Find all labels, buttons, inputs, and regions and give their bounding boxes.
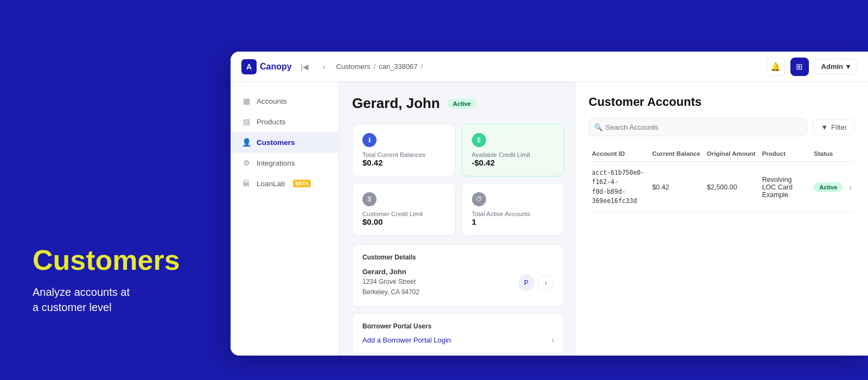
hero-subtitle: Analyze accounts ata customer level <box>33 284 180 315</box>
search-filter-row: 🔍 ▼ Filter <box>589 118 855 136</box>
canopy-logo: A Canopy <box>241 59 292 74</box>
cell-product: Revolving LOC Card Example <box>759 162 811 213</box>
sidebar-item-accounts[interactable]: ▦ Accounts <box>231 91 339 111</box>
search-icon: 🔍 <box>594 123 603 131</box>
cell-status: Active <box>810 162 846 213</box>
stat-icon-blue: ℹ <box>362 133 376 147</box>
borrower-portal-card: Borrower Portal Users Add a Borrower Por… <box>352 313 564 353</box>
stat-icon-row-1: ℹ <box>362 133 445 147</box>
topbar-left: A Canopy |◀ ‹ Customers / can_338067 / <box>241 59 423 74</box>
filter-btn[interactable]: ▼ Filter <box>813 119 855 135</box>
col-account-id: Account ID <box>589 146 649 162</box>
stat-card-customer-credit: $ Customer Credit Limit $0.00 <box>352 183 455 236</box>
canopy-logo-text: Canopy <box>260 62 292 72</box>
search-input-wrap: 🔍 <box>589 118 807 136</box>
sidebar-toggle-btn[interactable]: |◀ <box>297 59 312 74</box>
left-panel-inner: Gerard, John Active ℹ Total Current Bala… <box>339 82 575 356</box>
stat-card-credit-limit: $ Available Credit Limit -$0.42 <box>462 124 565 176</box>
products-icon: ▤ <box>241 117 251 126</box>
admin-dropdown-btn[interactable]: Admin ▾ <box>814 59 857 74</box>
col-action <box>846 146 855 162</box>
stat-icon-row-4: ⏱ <box>472 192 554 206</box>
row-chevron-icon[interactable]: › <box>849 183 852 192</box>
portal-chevron-icon[interactable]: › <box>551 335 554 344</box>
cell-account-id: acct-61b750e0-f162-4-f0d-b89d-369ee16fc3… <box>589 162 649 213</box>
loanlab-icon: 🏛 <box>241 179 251 188</box>
stat-label-2: Available Credit Limit <box>472 151 554 158</box>
sidebar-item-customers[interactable]: 👤 Customers <box>231 132 339 153</box>
stat-value-4: 1 <box>472 217 554 226</box>
admin-chevron-icon: ▾ <box>846 62 850 71</box>
left-panel: Gerard, John Active ℹ Total Current Bala… <box>339 82 575 356</box>
col-current-balance: Current Balance <box>649 146 704 162</box>
customer-name: Gerard, John <box>352 95 440 112</box>
details-row: Gerard, John 1234 Grove Street Berkeley,… <box>362 268 554 297</box>
hero-section: Customers Analyze accounts ata customer … <box>33 245 180 315</box>
accounts-icon: ▦ <box>241 96 251 106</box>
sidebar-label-products: Products <box>257 118 285 126</box>
details-section-title: Customer Details <box>362 254 554 261</box>
filter-icon: ▼ <box>821 123 828 131</box>
stat-icon-gray: $ <box>362 192 376 206</box>
hero-title: Customers <box>33 245 180 276</box>
stat-value-3: $0.00 <box>362 217 445 226</box>
beta-badge: BETA <box>293 180 311 187</box>
stats-grid: ℹ Total Current Balances $0.42 $ Availab… <box>352 124 564 236</box>
nav-back-btn[interactable]: ‹ <box>318 60 331 73</box>
breadcrumb-customers[interactable]: Customers <box>336 62 371 71</box>
sidebar-item-products[interactable]: ▤ Products <box>231 111 339 132</box>
sidebar-label-integrations: Integrations <box>257 159 295 167</box>
cell-current-balance: $0.42 <box>649 162 704 213</box>
app-window: A Canopy |◀ ‹ Customers / can_338067 / 🔔… <box>231 52 868 356</box>
cell-chevron[interactable]: › <box>846 162 855 213</box>
stat-label-1: Total Current Balances <box>362 151 445 158</box>
customer-header: Gerard, John Active <box>352 95 564 112</box>
admin-label: Admin <box>821 62 843 71</box>
sidebar-label-customers: Customers <box>257 138 295 147</box>
table-row[interactable]: acct-61b750e0-f162-4-f0d-b89d-369ee16fc3… <box>589 162 855 213</box>
breadcrumb-id[interactable]: can_338067 <box>379 62 418 71</box>
bell-icon-btn[interactable]: 🔔 <box>767 58 785 76</box>
stat-value-2: -$0.42 <box>472 158 554 167</box>
sidebar-item-loanlab[interactable]: 🏛 LoanLab BETA <box>231 173 339 194</box>
stat-card-total-balance: ℹ Total Current Balances $0.42 <box>352 124 455 176</box>
stat-label-3: Customer Credit Limit <box>362 211 445 217</box>
breadcrumb-sep1: / <box>374 62 376 71</box>
details-address-line2: Berkeley, CA 94702 <box>362 288 419 296</box>
details-actions: P › <box>518 275 554 291</box>
customer-details-card: Customer Details Gerard, John 1234 Grove… <box>352 244 564 307</box>
filter-label: Filter <box>831 123 847 131</box>
details-chevron-btn[interactable]: › <box>538 275 554 291</box>
sidebar-label-accounts: Accounts <box>257 97 287 105</box>
portal-section-title: Borrower Portal Users <box>362 322 554 330</box>
details-info: Gerard, John 1234 Grove Street Berkeley,… <box>362 268 419 297</box>
sidebar-item-integrations[interactable]: ⚙ Integrations <box>231 153 339 173</box>
customers-icon: 👤 <box>241 137 251 147</box>
col-status: Status <box>810 146 846 162</box>
details-address-line1: 1234 Grove Street <box>362 278 416 286</box>
integrations-icon: ⚙ <box>241 158 251 168</box>
details-profile-btn[interactable]: P <box>518 275 534 291</box>
add-borrower-link[interactable]: Add a Borrower Portal Login <box>362 336 451 344</box>
topbar: A Canopy |◀ ‹ Customers / can_338067 / 🔔… <box>231 52 868 82</box>
stat-icon-row-2: $ <box>472 133 554 147</box>
stat-icon-clock: ⏱ <box>472 192 486 206</box>
bell-icon: 🔔 <box>770 62 781 72</box>
main-layout: ▦ Accounts ▤ Products 👤 Customers ⚙ Inte… <box>231 82 868 356</box>
grid-icon: ⊞ <box>796 62 803 72</box>
search-accounts-input[interactable] <box>589 118 807 136</box>
topbar-right: 🔔 ⊞ Admin ▾ <box>767 58 857 76</box>
stat-value-1: $0.42 <box>362 158 445 167</box>
sidebar-label-loanlab: LoanLab <box>257 180 285 188</box>
breadcrumb-sep2: / <box>421 62 423 71</box>
cell-original-amount: $2,500.00 <box>704 162 759 213</box>
grid-icon-btn[interactable]: ⊞ <box>790 58 809 76</box>
details-name: Gerard, John <box>362 268 419 276</box>
active-badge: Active <box>448 99 476 109</box>
stat-icon-row-3: $ <box>362 192 445 206</box>
stat-label-4: Total Active Accounts <box>472 211 554 217</box>
accounts-table: Account ID Current Balance Original Amou… <box>589 146 855 213</box>
portal-link-row: Add a Borrower Portal Login › <box>362 335 554 344</box>
breadcrumb: Customers / can_338067 / <box>336 62 423 71</box>
accounts-panel: Customer Accounts 🔍 ▼ Filter Account ID … <box>575 82 868 356</box>
